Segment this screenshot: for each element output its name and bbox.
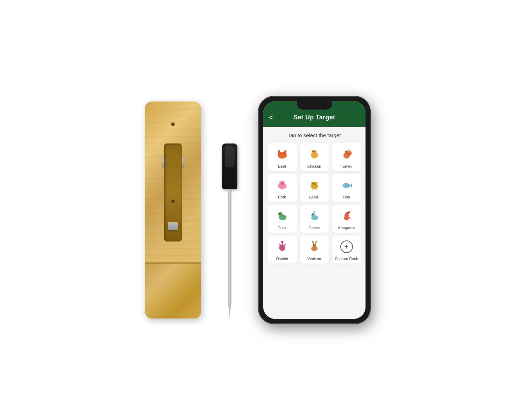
svg-point-56 [347,212,348,214]
app-subtitle: Tap to select the target [267,132,361,138]
svg-point-22 [281,183,282,184]
fish-label: Fish [343,195,350,199]
turkey-icon [339,147,354,162]
svg-point-42 [347,187,348,188]
svg-line-30 [313,189,313,190]
meat-grid: Beef Chicken [267,143,361,264]
meat-item-turkey[interactable]: Turkey [332,143,361,171]
svg-point-15 [345,152,346,153]
goose-label: Goose [308,226,320,230]
beef-icon [274,147,290,162]
pork-icon [274,177,290,193]
app-title: Set Up Target [293,114,335,121]
kangaroo-label: Kangaroo [338,226,355,230]
meat-item-kangaroo[interactable]: Kangaroo [332,205,361,233]
svg-point-28 [313,183,314,184]
custom-cook-plus: + [340,240,353,253]
svg-point-23 [282,183,283,184]
probe-shaft [228,189,231,304]
meat-item-custom[interactable]: + Custom Cook [332,236,361,264]
scene: < Set Up Target Tap to select the target [0,0,515,420]
bamboo-dot-mid [171,200,175,203]
meat-item-beef[interactable]: Beef [267,143,297,171]
bamboo-block [145,102,201,318]
fish-icon [339,177,354,193]
chicken-icon [307,147,322,162]
app-content: Tap to select the target [263,127,366,319]
lamb-icon [307,177,322,193]
probe-container [222,102,237,318]
svg-marker-34 [350,183,352,188]
svg-point-64 [313,245,314,246]
ostrich-label: Ostrich [276,257,288,261]
meat-item-duck[interactable]: Duck [267,205,297,233]
duck-icon [274,208,290,224]
duck-label: Duck [278,226,286,230]
chicken-label: Chicken [307,164,321,168]
svg-point-59 [281,241,282,242]
ostrich-icon [274,239,290,254]
svg-point-63 [313,244,316,247]
meat-item-fish[interactable]: Fish [332,174,361,202]
back-button[interactable]: < [269,113,273,122]
beef-label: Beef [278,164,286,168]
meat-item-chicken[interactable]: Chicken [300,143,329,171]
meat-item-goose[interactable]: Goose [300,205,329,233]
phone-notch [297,101,332,110]
turkey-label: Turkey [341,164,352,168]
svg-point-41 [348,184,349,185]
svg-point-57 [279,245,285,251]
pork-label: Pork [278,195,286,199]
svg-point-44 [278,212,283,216]
svg-point-45 [279,213,280,214]
meat-item-pork[interactable]: Pork [267,174,297,202]
svg-point-36 [343,184,344,185]
svg-point-58 [281,241,283,243]
venison-label: Venison [307,257,321,261]
phone: < Set Up Target Tap to select the target [258,96,370,324]
svg-line-31 [316,189,316,190]
svg-point-48 [312,213,315,217]
venison-icon [307,239,322,254]
bamboo-screw [168,222,178,230]
probe-handle [222,144,237,189]
bamboo-lower-grain [145,264,201,318]
kangaroo-icon [339,208,354,224]
svg-point-40 [347,183,348,184]
bamboo-dot-top [171,122,175,126]
svg-point-49 [312,214,313,215]
svg-point-21 [281,183,284,185]
custom-cook-label: Custom Cook [335,257,358,261]
meat-item-venison[interactable]: Venison [300,236,329,264]
meat-item-lamb[interactable]: LAMB [300,174,329,202]
bamboo-lower [145,262,201,318]
phone-screen: < Set Up Target Tap to select the target [263,101,366,319]
phone-camera [321,103,326,107]
goose-icon [307,208,322,224]
probe-tip [228,304,231,318]
svg-point-29 [313,184,315,185]
svg-point-9 [313,151,314,152]
lamb-label: LAMB [309,195,320,199]
meat-item-ostrich[interactable]: Ostrich [267,236,297,264]
custom-cook-icon: + [339,239,354,254]
